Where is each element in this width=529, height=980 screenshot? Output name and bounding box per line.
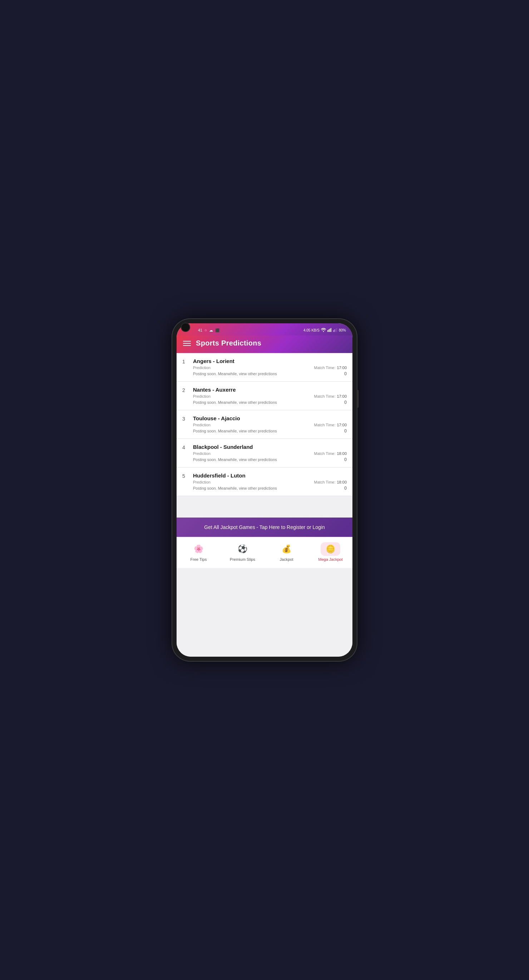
match-description-row: Posting soon. Meanwhile, view other pred… [193,428,347,433]
spacer [176,496,353,517]
prediction-list: 1 Angers - Lorient Prediction Match Time… [176,353,353,496]
match-time-container: Match Time: 17:00 [314,423,347,427]
free-tips-icon: 🌸 [189,542,208,556]
svg-rect-7 [336,328,337,332]
match-meta: Prediction Match Time: 17:00 [193,423,347,427]
match-description: Posting soon. Meanwhile, view other pred… [193,457,277,462]
match-time-container: Match Time: 17:00 [314,394,347,398]
svg-rect-0 [327,330,328,332]
prediction-item[interactable]: 4 Blackpool - Sunderland Prediction Matc… [176,439,353,468]
match-description: Posting soon. Meanwhile, view other pred… [193,400,277,404]
prediction-item[interactable]: 5 Huddersfield - Luton Prediction Match … [176,468,353,496]
item-number: 2 [182,387,189,393]
prediction-label: Prediction [193,394,211,398]
match-time-label: Match Time: [314,480,336,484]
svg-rect-3 [330,328,331,332]
jackpot-label: Jackpot [280,557,294,562]
match-description-row: Posting soon. Meanwhile, view other pred… [193,400,347,405]
prediction-label: Prediction [193,480,211,484]
signal2-icon [333,328,337,332]
match-time-value: 18:00 [337,451,347,456]
item-content: Toulouse - Ajaccio Prediction Match Time… [189,415,347,433]
svg-rect-1 [329,329,329,332]
match-description: Posting soon. Meanwhile, view other pred… [193,429,277,433]
status-time: 41 [198,328,202,332]
match-meta: Prediction Match Time: 17:00 [193,394,347,398]
match-time-label: Match Time: [314,394,336,398]
svg-rect-4 [333,330,334,332]
match-time-value: 18:00 [337,480,347,484]
prediction-label: Prediction [193,451,211,456]
match-title: Toulouse - Ajaccio [193,415,347,421]
item-number: 3 [182,415,189,422]
item-number: 4 [182,444,189,450]
status-speed: 4.05 KB/S [303,328,319,332]
jackpot-banner[interactable]: Get All Jackpot Games - Tap Here to Regi… [176,517,353,537]
status-left: 41 ○ ☁ ⬛ [198,328,219,332]
match-time-label: Match Time: [314,366,336,370]
item-content: Nantes - Auxerre Prediction Match Time: … [189,387,347,405]
camera-hole [181,323,189,331]
menu-button[interactable] [183,341,191,346]
app-title: Sports Predictions [196,339,261,347]
premium-slips-icon: ⚽ [233,542,253,556]
match-description: Posting soon. Meanwhile, view other pred… [193,372,277,376]
match-time-value: 17:00 [337,423,347,427]
match-title: Blackpool - Sunderland [193,444,347,450]
svg-rect-6 [335,329,336,332]
status-right: 4.05 KB/S [303,328,346,332]
nav-jackpot[interactable]: 💰 Jackpot [265,541,308,563]
match-count: 0 [344,457,347,462]
main-content: 1 Angers - Lorient Prediction Match Time… [176,353,353,657]
svg-rect-5 [334,329,335,332]
prediction-label: Prediction [193,366,211,370]
side-button [357,390,359,408]
match-time-value: 17:00 [337,366,347,370]
item-content: Angers - Lorient Prediction Match Time: … [189,358,347,376]
status-image-icon: ⬛ [215,328,219,332]
nav-free-tips[interactable]: 🌸 Free Tips [176,541,221,563]
jackpot-icon: 💰 [276,542,296,556]
status-circle-icon: ○ [205,328,207,332]
mega-jackpot-label: Mega Jackpot [318,557,342,562]
free-tips-label: Free Tips [191,557,207,562]
match-count: 0 [344,428,347,433]
mega-jackpot-icon: 🪙 [321,542,340,556]
item-number: 5 [182,473,189,479]
prediction-label: Prediction [193,423,211,427]
match-time-label: Match Time: [314,423,336,427]
match-count: 0 [344,486,347,491]
match-time-container: Match Time: 17:00 [314,366,347,370]
status-cloud-icon: ☁ [209,328,213,332]
prediction-item[interactable]: 2 Nantes - Auxerre Prediction Match Time… [176,382,353,410]
nav-mega-jackpot[interactable]: 🪙 Mega Jackpot [308,541,353,563]
match-time-container: Match Time: 18:00 [314,480,347,484]
match-time-container: Match Time: 18:00 [314,451,347,456]
match-description-row: Posting soon. Meanwhile, view other pred… [193,457,347,462]
phone-screen: 41 ○ ☁ ⬛ 4.05 KB/S [176,323,353,657]
match-title: Angers - Lorient [193,358,347,364]
match-meta: Prediction Match Time: 18:00 [193,451,347,456]
status-bar: 41 ○ ☁ ⬛ 4.05 KB/S [176,323,353,336]
svg-rect-2 [330,329,330,332]
item-content: Huddersfield - Luton Prediction Match Ti… [189,473,347,491]
battery-level: 80% [339,328,346,332]
match-meta: Prediction Match Time: 18:00 [193,480,347,484]
match-title: Huddersfield - Luton [193,473,347,479]
prediction-item[interactable]: 1 Angers - Lorient Prediction Match Time… [176,353,353,382]
nav-premium-slips[interactable]: ⚽ Premium Slips [221,541,265,563]
wifi-icon [321,328,326,332]
signal-icon [327,328,332,332]
item-content: Blackpool - Sunderland Prediction Match … [189,444,347,462]
premium-slips-label: Premium Slips [230,557,255,562]
jackpot-banner-text: Get All Jackpot Games - Tap Here to Regi… [204,524,324,530]
match-count: 0 [344,371,347,376]
match-meta: Prediction Match Time: 17:00 [193,366,347,370]
app-header: Sports Predictions [176,336,353,353]
match-description-row: Posting soon. Meanwhile, view other pred… [193,371,347,376]
match-description-row: Posting soon. Meanwhile, view other pred… [193,486,347,491]
match-title: Nantes - Auxerre [193,387,347,393]
phone-frame: 41 ○ ☁ ⬛ 4.05 KB/S [172,318,357,662]
prediction-item[interactable]: 3 Toulouse - Ajaccio Prediction Match Ti… [176,410,353,439]
item-number: 1 [182,358,189,364]
